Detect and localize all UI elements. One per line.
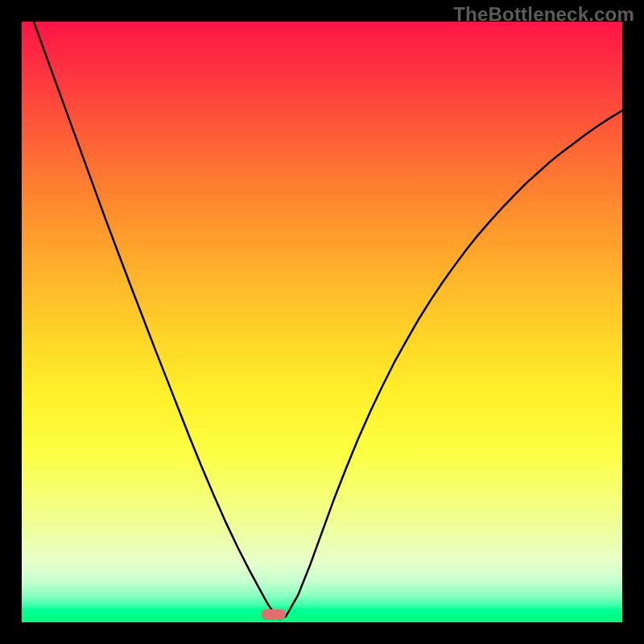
watermark-label: TheBottleneck.com — [453, 3, 634, 26]
gradient-plot-area — [22, 22, 622, 622]
optimum-marker — [262, 609, 286, 620]
chart-frame: TheBottleneck.com — [0, 0, 644, 644]
